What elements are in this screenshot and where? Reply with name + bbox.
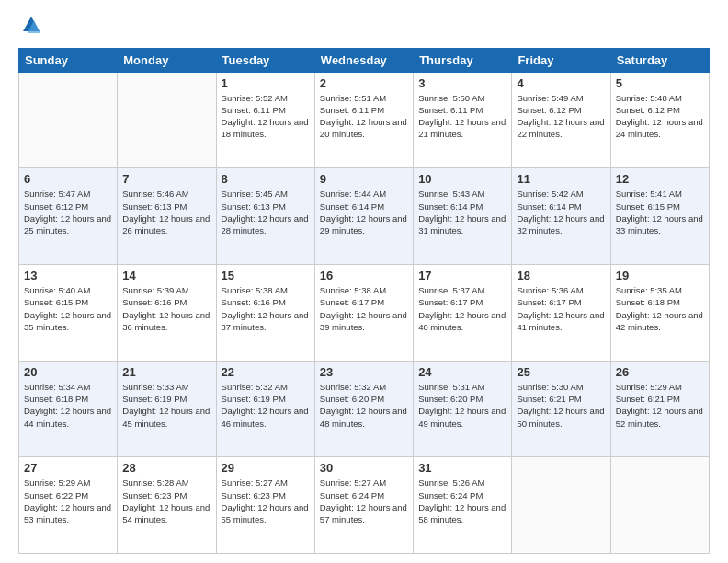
cell-info: Sunrise: 5:30 AM Sunset: 6:21 PM Dayligh…: [517, 381, 605, 430]
day-number: 13: [24, 269, 112, 282]
cell-info: Sunrise: 5:40 AM Sunset: 6:15 PM Dayligh…: [24, 284, 112, 333]
calendar-cell: 21Sunrise: 5:33 AM Sunset: 6:19 PM Dayli…: [118, 361, 216, 457]
cell-info: Sunrise: 5:26 AM Sunset: 6:24 PM Dayligh…: [418, 477, 506, 525]
calendar-cell: 5Sunrise: 5:48 AM Sunset: 6:12 PM Daylig…: [610, 72, 709, 168]
cell-info: Sunrise: 5:29 AM Sunset: 6:22 PM Dayligh…: [24, 477, 112, 525]
cell-info: Sunrise: 5:51 AM Sunset: 6:11 PM Dayligh…: [320, 92, 408, 141]
page: SundayMondayTuesdayWednesdayThursdayFrid…: [0, 0, 728, 563]
calendar-cell: 16Sunrise: 5:38 AM Sunset: 6:17 PM Dayli…: [314, 264, 413, 361]
day-header-wednesday: Wednesday: [314, 48, 413, 72]
calendar-cell: 18Sunrise: 5:36 AM Sunset: 6:17 PM Dayli…: [512, 264, 610, 361]
day-number: 18: [517, 269, 605, 282]
day-number: 19: [616, 269, 704, 282]
header: [18, 15, 710, 39]
calendar-cell: 26Sunrise: 5:29 AM Sunset: 6:21 PM Dayli…: [610, 361, 709, 457]
logo-icon: [21, 15, 41, 39]
calendar-cell: 1Sunrise: 5:52 AM Sunset: 6:11 PM Daylig…: [216, 72, 314, 168]
cell-info: Sunrise: 5:52 AM Sunset: 6:11 PM Dayligh…: [222, 92, 310, 141]
day-number: 30: [320, 461, 408, 475]
day-number: 20: [24, 365, 112, 379]
calendar-cell: 27Sunrise: 5:29 AM Sunset: 6:22 PM Dayli…: [19, 457, 118, 554]
calendar-cell: 3Sunrise: 5:50 AM Sunset: 6:11 PM Daylig…: [414, 72, 512, 168]
calendar-cell: 12Sunrise: 5:41 AM Sunset: 6:15 PM Dayli…: [610, 168, 709, 265]
day-number: 28: [122, 461, 210, 475]
calendar-cell: [512, 457, 610, 554]
calendar-cell: 6Sunrise: 5:47 AM Sunset: 6:12 PM Daylig…: [19, 168, 118, 265]
day-header-saturday: Saturday: [610, 48, 709, 72]
cell-info: Sunrise: 5:45 AM Sunset: 6:13 PM Dayligh…: [222, 188, 310, 236]
day-number: 11: [517, 172, 605, 186]
calendar-cell: 20Sunrise: 5:34 AM Sunset: 6:18 PM Dayli…: [19, 361, 118, 457]
calendar-cell: 8Sunrise: 5:45 AM Sunset: 6:13 PM Daylig…: [216, 168, 314, 265]
cell-info: Sunrise: 5:43 AM Sunset: 6:14 PM Dayligh…: [418, 188, 506, 236]
day-number: 26: [616, 365, 704, 379]
calendar-cell: 22Sunrise: 5:32 AM Sunset: 6:19 PM Dayli…: [216, 361, 314, 457]
logo: [18, 15, 41, 39]
calendar-cell: 4Sunrise: 5:49 AM Sunset: 6:12 PM Daylig…: [512, 72, 610, 168]
cell-info: Sunrise: 5:27 AM Sunset: 6:23 PM Dayligh…: [222, 477, 310, 525]
calendar-cell: 17Sunrise: 5:37 AM Sunset: 6:17 PM Dayli…: [414, 264, 512, 361]
day-number: 12: [616, 172, 704, 186]
calendar-cell: 15Sunrise: 5:38 AM Sunset: 6:16 PM Dayli…: [216, 264, 314, 361]
day-number: 8: [222, 172, 310, 186]
calendar-cell: 7Sunrise: 5:46 AM Sunset: 6:13 PM Daylig…: [118, 168, 216, 265]
header-row: SundayMondayTuesdayWednesdayThursdayFrid…: [19, 48, 710, 72]
calendar-cell: 30Sunrise: 5:27 AM Sunset: 6:24 PM Dayli…: [314, 457, 413, 554]
calendar-cell: 28Sunrise: 5:28 AM Sunset: 6:23 PM Dayli…: [118, 457, 216, 554]
calendar-cell: 24Sunrise: 5:31 AM Sunset: 6:20 PM Dayli…: [414, 361, 512, 457]
day-number: 15: [222, 269, 310, 282]
cell-info: Sunrise: 5:38 AM Sunset: 6:17 PM Dayligh…: [320, 284, 408, 333]
day-number: 4: [517, 76, 605, 90]
calendar-cell: [19, 72, 118, 168]
week-row-3: 13Sunrise: 5:40 AM Sunset: 6:15 PM Dayli…: [19, 264, 710, 361]
calendar-cell: 2Sunrise: 5:51 AM Sunset: 6:11 PM Daylig…: [314, 72, 413, 168]
day-header-sunday: Sunday: [19, 48, 118, 72]
cell-info: Sunrise: 5:48 AM Sunset: 6:12 PM Dayligh…: [616, 92, 704, 141]
day-number: 10: [418, 172, 506, 186]
cell-info: Sunrise: 5:47 AM Sunset: 6:12 PM Dayligh…: [24, 188, 112, 236]
cell-info: Sunrise: 5:27 AM Sunset: 6:24 PM Dayligh…: [320, 477, 408, 525]
week-row-4: 20Sunrise: 5:34 AM Sunset: 6:18 PM Dayli…: [19, 361, 710, 457]
day-number: 5: [616, 76, 704, 90]
day-number: 27: [24, 461, 112, 475]
day-number: 7: [122, 172, 210, 186]
day-number: 23: [320, 365, 408, 379]
day-number: 2: [320, 76, 408, 90]
day-number: 14: [122, 269, 210, 282]
day-number: 1: [222, 76, 310, 90]
calendar-cell: 31Sunrise: 5:26 AM Sunset: 6:24 PM Dayli…: [414, 457, 512, 554]
day-number: 22: [222, 365, 310, 379]
calendar-cell: 14Sunrise: 5:39 AM Sunset: 6:16 PM Dayli…: [118, 264, 216, 361]
day-number: 6: [24, 172, 112, 186]
cell-info: Sunrise: 5:37 AM Sunset: 6:17 PM Dayligh…: [418, 284, 506, 333]
day-header-monday: Monday: [118, 48, 216, 72]
day-number: 24: [418, 365, 506, 379]
cell-info: Sunrise: 5:36 AM Sunset: 6:17 PM Dayligh…: [517, 284, 605, 333]
calendar-cell: 9Sunrise: 5:44 AM Sunset: 6:14 PM Daylig…: [314, 168, 413, 265]
cell-info: Sunrise: 5:35 AM Sunset: 6:18 PM Dayligh…: [616, 284, 704, 333]
week-row-5: 27Sunrise: 5:29 AM Sunset: 6:22 PM Dayli…: [19, 457, 710, 554]
day-number: 31: [418, 461, 506, 475]
calendar-cell: 25Sunrise: 5:30 AM Sunset: 6:21 PM Dayli…: [512, 361, 610, 457]
day-number: 29: [222, 461, 310, 475]
day-number: 16: [320, 269, 408, 282]
cell-info: Sunrise: 5:33 AM Sunset: 6:19 PM Dayligh…: [122, 381, 210, 430]
day-number: 17: [418, 269, 506, 282]
cell-info: Sunrise: 5:31 AM Sunset: 6:20 PM Dayligh…: [418, 381, 506, 430]
cell-info: Sunrise: 5:42 AM Sunset: 6:14 PM Dayligh…: [517, 188, 605, 236]
cell-info: Sunrise: 5:49 AM Sunset: 6:12 PM Dayligh…: [517, 92, 605, 141]
cell-info: Sunrise: 5:39 AM Sunset: 6:16 PM Dayligh…: [122, 284, 210, 333]
day-number: 21: [122, 365, 210, 379]
calendar-cell: 29Sunrise: 5:27 AM Sunset: 6:23 PM Dayli…: [216, 457, 314, 554]
cell-info: Sunrise: 5:32 AM Sunset: 6:19 PM Dayligh…: [222, 381, 310, 430]
day-number: 3: [418, 76, 506, 90]
day-number: 9: [320, 172, 408, 186]
cell-info: Sunrise: 5:44 AM Sunset: 6:14 PM Dayligh…: [320, 188, 408, 236]
cell-info: Sunrise: 5:50 AM Sunset: 6:11 PM Dayligh…: [418, 92, 506, 141]
calendar-cell: [610, 457, 709, 554]
week-row-2: 6Sunrise: 5:47 AM Sunset: 6:12 PM Daylig…: [19, 168, 710, 265]
day-header-friday: Friday: [512, 48, 610, 72]
cell-info: Sunrise: 5:34 AM Sunset: 6:18 PM Dayligh…: [24, 381, 112, 430]
calendar-cell: 10Sunrise: 5:43 AM Sunset: 6:14 PM Dayli…: [414, 168, 512, 265]
week-row-1: 1Sunrise: 5:52 AM Sunset: 6:11 PM Daylig…: [19, 72, 710, 168]
